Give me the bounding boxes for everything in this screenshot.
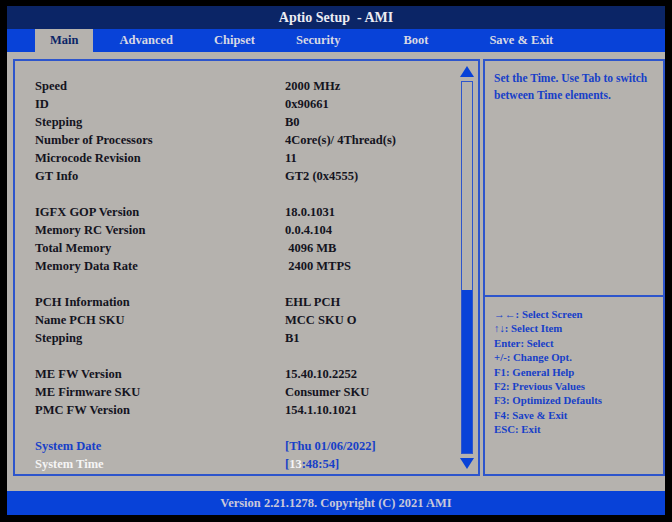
row-name-pch-sku: Name PCH SKUMCC SKU O (15, 311, 478, 329)
help-key-general-help: F1: General Help (494, 365, 654, 379)
row-label: ID (35, 95, 285, 113)
help-key-change-opt: +/-: Change Opt. (494, 350, 654, 364)
row-value: MCC SKU O (285, 311, 357, 329)
row-pch-information: PCH InformationEHL PCH (15, 293, 478, 311)
row-stepping: SteppingB0 (15, 113, 478, 131)
row-label: ME Firmware SKU (35, 383, 285, 401)
tab-main[interactable]: Main (35, 29, 93, 52)
row-system-date[interactable]: System Date[Thu 01/06/2022] (15, 437, 478, 455)
row-value: GT2 (0x4555) (285, 167, 358, 185)
content-area: Speed2000 MHzID0x90661SteppingB0Number o… (7, 52, 665, 491)
page-title: Aptio Setup - AMI (279, 10, 393, 26)
row-value: 11 (285, 149, 297, 167)
row-value: 4Core(s)/ 4Thread(s) (285, 131, 396, 149)
row-stepping: SteppingB1 (15, 329, 478, 347)
scroll-up-button[interactable] (460, 66, 474, 77)
row-me-fw-version: ME FW Version15.40.10.2252 (15, 365, 478, 383)
help-panel: Set the Time. Use Tab to switch between … (483, 59, 665, 476)
tab-advanced[interactable]: Advanced (104, 29, 187, 52)
row-label: IGFX GOP Version (35, 203, 285, 221)
row-label: Memory RC Version (35, 221, 285, 239)
row-value: 15.40.10.2252 (285, 365, 357, 383)
row-value: 0.0.4.104 (285, 221, 332, 239)
row-me-firmware-sku: ME Firmware SKUConsumer SKU (15, 383, 478, 401)
row-value: Consumer SKU (285, 383, 369, 401)
main-panel: Speed2000 MHzID0x90661SteppingB0Number o… (13, 59, 480, 476)
tab-bar: MainAdvancedChipsetSecurityBootSave & Ex… (7, 29, 665, 52)
version-text: Version 2.21.1278. Copyright (C) 2021 AM… (220, 496, 451, 511)
help-description: Set the Time. Use Tab to switch between … (485, 61, 663, 295)
row-value: 2000 MHz (285, 77, 340, 95)
help-key-optimized-defaults: F3: Optimized Defaults (494, 393, 654, 407)
row-total-memory: Total Memory 4096 MB (15, 239, 478, 257)
row-memory-rc-version: Memory RC Version0.0.4.104 (15, 221, 478, 239)
row-memory-data-rate: Memory Data Rate 2400 MTPS (15, 257, 478, 275)
row-pmc-fw-version: PMC FW Version154.1.10.1021 (15, 401, 478, 419)
help-keys: →←: Select Screen↑↓: Select ItemEnter: S… (485, 297, 663, 447)
row-label: PMC FW Version (35, 401, 285, 419)
row-value: EHL PCH (285, 293, 340, 311)
time-hour-selected[interactable]: 13 (289, 457, 302, 471)
row-value: [13:48:54] (285, 455, 339, 473)
help-key-save-exit: F4: Save & Exit (494, 408, 654, 422)
row-gt-info: GT InfoGT2 (0x4555) (15, 167, 478, 185)
row-system-time[interactable]: System Time[13:48:54] (15, 455, 478, 473)
row-label: Total Memory (35, 239, 285, 257)
tab-save-exit[interactable]: Save & Exit (474, 29, 568, 52)
info-group: IGFX GOP Version18.0.1031Memory RC Versi… (15, 203, 478, 275)
scroll-down-button[interactable] (460, 458, 474, 469)
row-value: 4096 MB (285, 239, 336, 257)
row-label: PCH Information (35, 293, 285, 311)
row-value: 0x90661 (285, 95, 329, 113)
info-group: System Date[Thu 01/06/2022]System Time[1… (15, 437, 478, 473)
row-igfx-gop-version: IGFX GOP Version18.0.1031 (15, 203, 478, 221)
row-value: B0 (285, 113, 300, 131)
row-speed: Speed2000 MHz (15, 77, 478, 95)
row-value: 18.0.1031 (285, 203, 335, 221)
row-number-of-processors: Number of Processors4Core(s)/ 4Thread(s) (15, 131, 478, 149)
scrollbar-track[interactable] (461, 81, 473, 454)
row-microcode-revision: Microcode Revision11 (15, 149, 478, 167)
info-group: Speed2000 MHzID0x90661SteppingB0Number o… (15, 77, 478, 185)
row-label: Number of Processors (35, 131, 285, 149)
row-label: Microcode Revision (35, 149, 285, 167)
scrollbar-thumb[interactable] (462, 290, 472, 453)
help-key-previous-values: F2: Previous Values (494, 379, 654, 393)
info-group: ME FW Version15.40.10.2252ME Firmware SK… (15, 365, 478, 419)
help-key-select: Enter: Select (494, 336, 654, 350)
help-key-select-item: ↑↓: Select Item (494, 321, 654, 335)
row-value: 2400 MTPS (285, 257, 351, 275)
row-value: [Thu 01/06/2022] (285, 437, 376, 455)
scrollbar[interactable] (458, 64, 475, 471)
tab-security[interactable]: Security (281, 29, 355, 52)
footer-bar: Version 2.21.1278. Copyright (C) 2021 AM… (7, 491, 665, 515)
row-value: 154.1.10.1021 (285, 401, 357, 419)
row-label: Memory Data Rate (35, 257, 285, 275)
row-label: Stepping (35, 329, 285, 347)
bios-screen: Aptio Setup - AMI MainAdvancedChipsetSec… (0, 0, 672, 522)
tab-boot[interactable]: Boot (388, 29, 443, 52)
help-key-exit: ESC: Exit (494, 422, 654, 436)
row-label: System Date (35, 437, 285, 455)
row-value: B1 (285, 329, 300, 347)
row-label: Name PCH SKU (35, 311, 285, 329)
title-bar: Aptio Setup - AMI (7, 6, 665, 29)
info-group: PCH InformationEHL PCHName PCH SKUMCC SK… (15, 293, 478, 347)
bios-rows: Speed2000 MHzID0x90661SteppingB0Number o… (15, 61, 478, 473)
help-key-select-screen: →←: Select Screen (494, 307, 654, 321)
row-label: ME FW Version (35, 365, 285, 383)
row-label: GT Info (35, 167, 285, 185)
row-label: System Time (35, 455, 285, 473)
row-label: Stepping (35, 113, 285, 131)
row-label: Speed (35, 77, 285, 95)
row-id: ID0x90661 (15, 95, 478, 113)
tab-chipset[interactable]: Chipset (199, 29, 270, 52)
